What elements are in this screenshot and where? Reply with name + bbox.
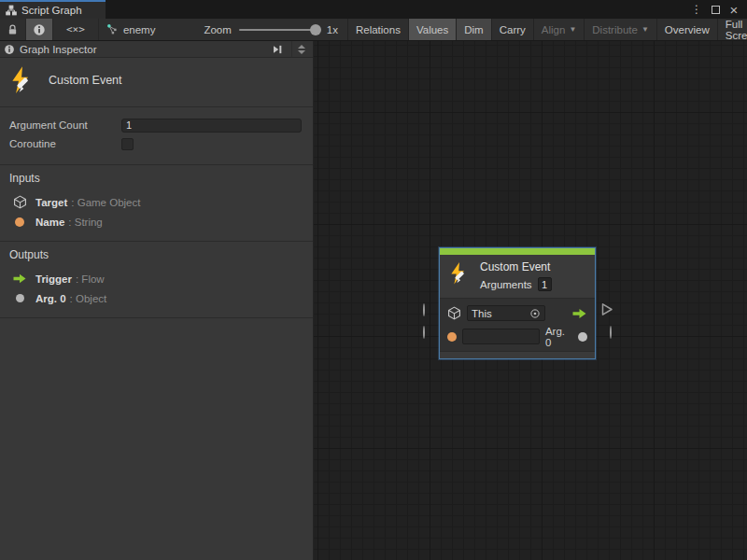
port-circle-icon xyxy=(423,326,425,339)
custom-event-icon xyxy=(7,65,37,95)
input-row-name: Name : String xyxy=(9,212,303,231)
input-row-target: Target : Game Object xyxy=(9,192,303,212)
node-arguments: Arguments 1 xyxy=(480,277,552,291)
argument-count-label: Argument Count xyxy=(9,119,121,131)
chevron-down-icon: ▼ xyxy=(641,25,649,34)
argument-count-input[interactable] xyxy=(121,119,302,133)
name-port-row: Arg. 0 xyxy=(447,327,587,346)
window-menu-button[interactable]: ⋮ xyxy=(689,2,704,17)
coroutine-checkbox[interactable] xyxy=(121,138,134,150)
name-value-input[interactable] xyxy=(462,329,540,344)
script-graph-icon xyxy=(6,5,17,16)
name-input-port[interactable] xyxy=(423,327,425,338)
graph-inspector-panel: Graph Inspector xyxy=(0,41,314,560)
inspector-spinner[interactable] xyxy=(291,41,309,57)
outputs-header: Outputs xyxy=(9,248,303,261)
coroutine-label: Coroutine xyxy=(9,138,121,149)
zoom-control: Zoom 1x xyxy=(162,19,347,40)
csharp-preview-button[interactable]: <×> xyxy=(53,19,99,40)
target-port-row: This xyxy=(447,303,587,323)
lock-icon xyxy=(7,23,19,36)
node-title: Custom Event xyxy=(480,260,552,274)
relations-button[interactable]: Relations xyxy=(347,19,408,40)
graph-inspector-header: Graph Inspector xyxy=(0,41,313,58)
align-dropdown[interactable]: Align▼ xyxy=(533,19,585,40)
values-button[interactable]: Values xyxy=(408,19,456,40)
graph-canvas[interactable]: Custom Event Arguments 1 This xyxy=(314,41,747,560)
argument-count-row: Argument Count xyxy=(9,116,302,134)
unit-title: Custom Event xyxy=(49,74,122,87)
port-triangle-icon xyxy=(601,302,613,316)
custom-event-node[interactable]: Custom Event Arguments 1 This xyxy=(439,247,596,359)
target-this-dropdown[interactable]: This xyxy=(467,305,545,321)
toolbar-right-group: Relations Values Dim Carry Align▼ Distri… xyxy=(347,19,747,40)
output-row-trigger: Trigger : Flow xyxy=(9,269,303,288)
zoom-slider[interactable] xyxy=(239,29,319,31)
node-body: This xyxy=(440,299,595,351)
port-circle-icon xyxy=(423,303,425,316)
coroutine-row: Coroutine xyxy=(9,134,302,153)
info-icon xyxy=(4,44,15,55)
inputs-header: Inputs xyxy=(9,172,303,185)
custom-event-icon xyxy=(447,260,472,287)
arg0-output-port[interactable] xyxy=(610,327,612,338)
graph-breadcrumb-icon xyxy=(106,23,119,35)
graph-toolbar: <×> enemy Zoom 1x Relations Values Dim C… xyxy=(0,19,747,41)
arguments-count-field[interactable]: 1 xyxy=(538,277,552,291)
info-icon xyxy=(33,23,46,36)
string-port-icon xyxy=(15,217,24,227)
spinner-up-icon xyxy=(298,45,305,49)
output-row-arg0: Arg. 0 : Object xyxy=(9,288,303,308)
unit-fields: Argument Count Coroutine xyxy=(0,107,313,165)
carry-button[interactable]: Carry xyxy=(491,19,533,40)
arguments-label: Arguments xyxy=(480,279,532,290)
dock-icon xyxy=(272,44,284,55)
maximize-icon xyxy=(712,6,720,14)
tab-script-graph[interactable]: Script Graph xyxy=(0,0,106,19)
node-header[interactable]: Custom Event Arguments 1 xyxy=(440,255,595,299)
flow-arrow-icon xyxy=(12,273,27,285)
breadcrumb[interactable]: enemy xyxy=(99,19,163,40)
zoom-slider-handle[interactable] xyxy=(310,24,321,35)
lock-button[interactable] xyxy=(0,19,26,40)
tab-bar: Script Graph ⋮ × xyxy=(0,0,747,19)
arg0-label: Arg. 0 xyxy=(545,326,573,348)
game-object-cube-icon xyxy=(447,306,461,320)
window-close-button[interactable]: × xyxy=(726,2,741,17)
outputs-section: Outputs Trigger : Flow Arg. 0 : Object xyxy=(0,242,313,318)
string-port-icon xyxy=(447,332,457,342)
spinner-down-icon xyxy=(298,50,305,54)
dim-button[interactable]: Dim xyxy=(456,19,490,40)
overview-button[interactable]: Overview xyxy=(656,19,717,40)
inspector-toggle-button[interactable] xyxy=(26,19,53,40)
window-maximize-button[interactable] xyxy=(708,2,723,17)
game-object-cube-icon xyxy=(13,195,27,209)
target-input-port[interactable] xyxy=(423,304,425,315)
window-controls: ⋮ × xyxy=(689,0,747,19)
script-graph-window: Script Graph ⋮ × <×> xyxy=(0,0,747,560)
trigger-output-port[interactable] xyxy=(601,302,613,318)
unit-header: Custom Event xyxy=(0,58,313,107)
zoom-label: Zoom xyxy=(204,24,231,35)
object-port-icon xyxy=(578,332,587,342)
inspector-title: Graph Inspector xyxy=(20,44,264,55)
tab-title: Script Graph xyxy=(21,5,82,16)
port-circle-icon xyxy=(610,326,612,339)
code-icon: <×> xyxy=(66,23,85,35)
breadcrumb-label: enemy xyxy=(123,24,156,35)
zoom-value: 1x xyxy=(327,24,338,35)
trigger-flow-arrow-icon xyxy=(571,307,587,320)
chevron-down-icon: ▼ xyxy=(569,25,576,34)
inputs-section: Inputs Target : Game Object Name : Strin… xyxy=(0,165,313,242)
node-footer xyxy=(440,351,595,358)
distribute-dropdown[interactable]: Distribute▼ xyxy=(584,19,656,40)
event-color-strip xyxy=(440,248,595,255)
fullscreen-button[interactable]: Full Screen xyxy=(717,19,747,40)
target-picker-icon xyxy=(529,308,541,319)
inspector-empty-area xyxy=(0,318,313,560)
content-area: Graph Inspector xyxy=(0,41,747,560)
dock-panel-button[interactable] xyxy=(269,44,287,55)
object-port-icon xyxy=(16,294,24,302)
